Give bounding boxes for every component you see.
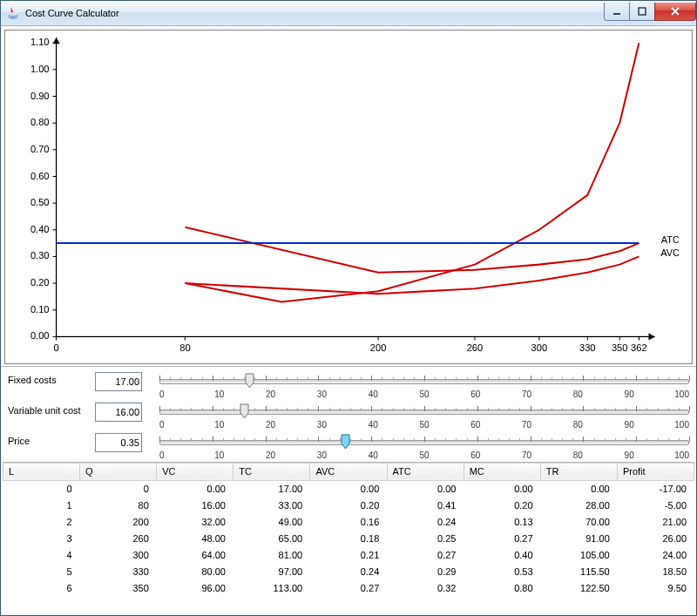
- col-q[interactable]: Q: [80, 463, 157, 480]
- fixed-costs-row: Fixed costs 0102030405060708090100: [8, 372, 689, 399]
- svg-text:350: 350: [612, 342, 628, 353]
- fixed-costs-label: Fixed costs: [8, 372, 95, 385]
- svg-text:0.40: 0.40: [30, 224, 50, 234]
- svg-text:362: 362: [631, 342, 647, 353]
- sliders-panel: Fixed costs 0102030405060708090100 Varia…: [1, 366, 696, 462]
- table-row[interactable]: 326048.0065.000.180.250.2791.0026.00: [3, 531, 694, 547]
- price-label: Price: [8, 433, 95, 446]
- table-row[interactable]: 18016.0033.000.200.410.2028.00-5.00: [3, 498, 694, 514]
- svg-text:0.60: 0.60: [30, 170, 50, 180]
- svg-rect-1: [639, 8, 646, 15]
- svg-text:330: 330: [579, 342, 596, 353]
- window-title: Cost Curve Calculator: [25, 8, 605, 18]
- col-tc[interactable]: TC: [233, 463, 310, 480]
- chart-series-label: AVC: [660, 247, 680, 258]
- col-vc[interactable]: VC: [157, 463, 233, 480]
- svg-rect-0: [613, 13, 620, 15]
- table-row[interactable]: 533080.0097.000.240.290.53115.5018.50: [3, 564, 694, 580]
- close-button[interactable]: [654, 3, 696, 21]
- chart-series-label: ATC: [661, 234, 680, 245]
- col-atc[interactable]: ATC: [387, 463, 464, 480]
- cost-curve-chart: 0.000.100.200.300.400.500.600.700.800.90…: [5, 30, 692, 363]
- svg-text:0.50: 0.50: [30, 197, 50, 207]
- svg-text:0.20: 0.20: [30, 277, 50, 288]
- window-buttons: [605, 3, 696, 20]
- svg-text:0.30: 0.30: [30, 250, 50, 261]
- table-row[interactable]: 635096.00113.000.270.320.80122.509.50: [3, 580, 694, 597]
- col-profit[interactable]: Profit: [617, 463, 694, 480]
- svg-text:80: 80: [179, 342, 190, 353]
- svg-text:1.00: 1.00: [30, 64, 50, 74]
- svg-text:200: 200: [370, 342, 387, 353]
- col-avc[interactable]: AVC: [310, 463, 387, 480]
- svg-text:300: 300: [531, 342, 548, 353]
- variable-unit-cost-slider[interactable]: 0102030405060708090100: [159, 403, 689, 430]
- variable-unit-cost-row: Variable unit cost 010203040506070809010…: [8, 403, 689, 430]
- table-row[interactable]: 000.0017.000.000.000.000.00-17.00: [3, 481, 694, 498]
- svg-text:1.10: 1.10: [30, 37, 50, 47]
- cost-table-body-scroll[interactable]: 000.0017.000.000.000.000.00-17.0018016.0…: [3, 481, 694, 613]
- price-slider[interactable]: 0102030405060708090100: [159, 433, 689, 460]
- fixed-costs-slider[interactable]: 0102030405060708090100: [159, 372, 689, 399]
- svg-text:0.00: 0.00: [30, 330, 50, 341]
- variable-unit-cost-input[interactable]: [95, 403, 142, 422]
- table-row[interactable]: 430064.0081.000.210.270.40105.0024.00: [3, 547, 694, 564]
- col-mc[interactable]: MC: [464, 463, 540, 480]
- col-tr[interactable]: TR: [540, 463, 617, 480]
- cost-table-header: LQVCTCAVCATCMCTRProfit: [3, 463, 694, 481]
- svg-text:0.80: 0.80: [30, 117, 50, 127]
- table-row[interactable]: 220032.0049.000.160.240.1370.0021.00: [3, 514, 694, 531]
- variable-unit-cost-label: Variable unit cost: [8, 403, 95, 416]
- fixed-costs-input[interactable]: [95, 372, 142, 391]
- maximize-button[interactable]: [629, 3, 655, 21]
- app-window: Cost Curve Calculator SOFTPEDIA 0.000.10…: [0, 0, 697, 616]
- cost-table: LQVCTCAVCATCMCTRProfit 000.0017.000.000.…: [3, 462, 694, 613]
- price-row: Price 0102030405060708090100: [8, 433, 689, 460]
- svg-text:260: 260: [467, 342, 484, 353]
- svg-text:0.90: 0.90: [30, 91, 50, 101]
- java-icon: [6, 6, 20, 20]
- titlebar[interactable]: Cost Curve Calculator: [1, 1, 696, 26]
- svg-text:0.70: 0.70: [30, 144, 50, 154]
- col-l[interactable]: L: [3, 463, 80, 480]
- minimize-button[interactable]: [604, 3, 630, 21]
- svg-text:0.10: 0.10: [30, 304, 50, 315]
- chart-pane: 0.000.100.200.300.400.500.600.700.800.90…: [4, 30, 693, 364]
- content: SOFTPEDIA 0.000.100.200.300.400.500.600.…: [1, 26, 696, 615]
- price-input[interactable]: [95, 433, 142, 452]
- svg-text:0: 0: [54, 342, 59, 353]
